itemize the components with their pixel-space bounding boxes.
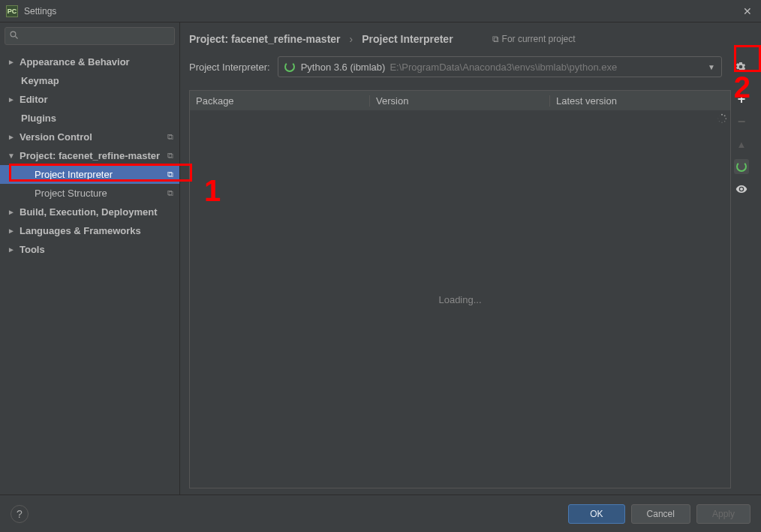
add-package-button[interactable]: +	[734, 92, 749, 107]
interpreter-path: E:\ProgramData\Anaconda3\envs\ibmlab\pyt…	[390, 62, 617, 73]
nav-label: Version Control	[20, 131, 92, 143]
help-button[interactable]: ?	[11, 505, 29, 523]
breadcrumb-separator: ›	[350, 33, 353, 45]
col-latest[interactable]: Latest version	[550, 95, 730, 107]
nav-item-keymap[interactable]: Keymap	[0, 71, 179, 90]
svg-line-1	[16, 36, 18, 38]
for-current-project-label: ⧉ For current project	[492, 34, 576, 44]
ok-button[interactable]: OK	[568, 504, 624, 524]
nav-label: Languages & Frameworks	[20, 225, 141, 236]
loading-spinner-icon	[717, 113, 727, 124]
nav-item-appearance-behavior[interactable]: ►Appearance & Behavior	[0, 53, 179, 71]
loading-spinner-icon	[284, 62, 295, 72]
nav-item-tools[interactable]: ►Tools	[0, 240, 179, 259]
tree-arrow-icon: ►	[8, 133, 15, 141]
nav-item-version-control[interactable]: ►Version Control⧉	[0, 128, 179, 146]
nav-label: Keymap	[21, 75, 59, 86]
nav-label: Project Structure	[35, 188, 107, 199]
conda-button[interactable]	[734, 159, 749, 174]
settings-sidebar: ►Appearance & BehaviorKeymap►EditorPlugi…	[0, 23, 180, 494]
search-field[interactable]	[22, 31, 170, 42]
copy-icon: ⧉	[167, 188, 173, 198]
apply-button: Apply	[696, 504, 750, 524]
tree-arrow-icon: ►	[8, 95, 15, 104]
nav-label: Project: facenet_refine-master	[20, 150, 160, 161]
gear-button[interactable]	[729, 56, 752, 78]
copy-icon: ⧉	[492, 34, 499, 44]
search-icon	[10, 31, 19, 42]
upgrade-package-button: ▲	[734, 137, 749, 152]
svg-point-5	[724, 121, 726, 122]
chevron-down-icon: ▼	[708, 63, 715, 71]
packages-table: Package Version Latest version Loading..…	[189, 90, 731, 488]
nav-item-editor[interactable]: ►Editor	[0, 90, 179, 109]
svg-point-8	[717, 118, 718, 119]
tree-arrow-icon: ►	[8, 208, 15, 216]
show-early-releases-button[interactable]	[734, 182, 749, 197]
svg-point-4	[725, 118, 726, 119]
svg-point-0	[11, 32, 16, 37]
pycharm-icon: PC	[6, 5, 18, 17]
nav-item-languages-frameworks[interactable]: ►Languages & Frameworks	[0, 221, 179, 240]
remove-package-button: −	[734, 114, 749, 129]
col-version[interactable]: Version	[370, 95, 550, 107]
search-input[interactable]	[5, 27, 175, 45]
tree-arrow-icon: ►	[8, 245, 15, 254]
loading-text: Loading...	[438, 293, 481, 305]
breadcrumb-current: Project Interpreter	[362, 33, 453, 45]
nav-item-plugins[interactable]: Plugins	[0, 109, 179, 128]
svg-point-9	[719, 116, 720, 116]
nav-label: Plugins	[21, 113, 56, 124]
nav-item-build-execution-deployment[interactable]: ►Build, Execution, Deployment	[0, 203, 179, 221]
nav-item-project-facenet-refine-master[interactable]: ▼Project: facenet_refine-master⧉	[0, 146, 179, 165]
cancel-button[interactable]: Cancel	[631, 504, 690, 524]
nav-label: Appearance & Behavior	[20, 56, 130, 68]
close-icon[interactable]: ✕	[740, 5, 755, 17]
nav-label: Editor	[20, 94, 48, 105]
tree-arrow-icon: ►	[8, 227, 15, 235]
interpreter-name: Python 3.6 (ibmlab)	[301, 62, 386, 73]
nav-label: Build, Execution, Deployment	[20, 206, 157, 218]
copy-icon: ⧉	[167, 151, 173, 161]
nav-item-project-structure[interactable]: Project Structure⧉	[0, 184, 179, 203]
nav-label: Tools	[20, 244, 45, 255]
interpreter-dropdown[interactable]: Python 3.6 (ibmlab) E:\ProgramData\Anaco…	[278, 56, 722, 77]
interpreter-label: Project Interpreter:	[189, 62, 270, 73]
window-title: Settings	[24, 6, 740, 17]
svg-point-6	[721, 122, 722, 123]
svg-point-2	[721, 114, 723, 116]
copy-icon: ⧉	[167, 170, 173, 179]
tree-arrow-icon: ►	[8, 58, 15, 66]
svg-point-7	[719, 121, 720, 122]
copy-icon: ⧉	[167, 132, 173, 142]
nav-label: Project Interpreter	[35, 169, 113, 180]
nav-item-project-interpreter[interactable]: Project Interpreter⧉	[0, 165, 179, 184]
svg-point-3	[724, 115, 726, 116]
breadcrumb-root: Project: facenet_refine-master	[189, 33, 341, 45]
tree-arrow-icon: ▼	[8, 152, 15, 160]
col-package[interactable]: Package	[190, 95, 370, 107]
breadcrumb: Project: facenet_refine-master › Project…	[189, 30, 752, 56]
